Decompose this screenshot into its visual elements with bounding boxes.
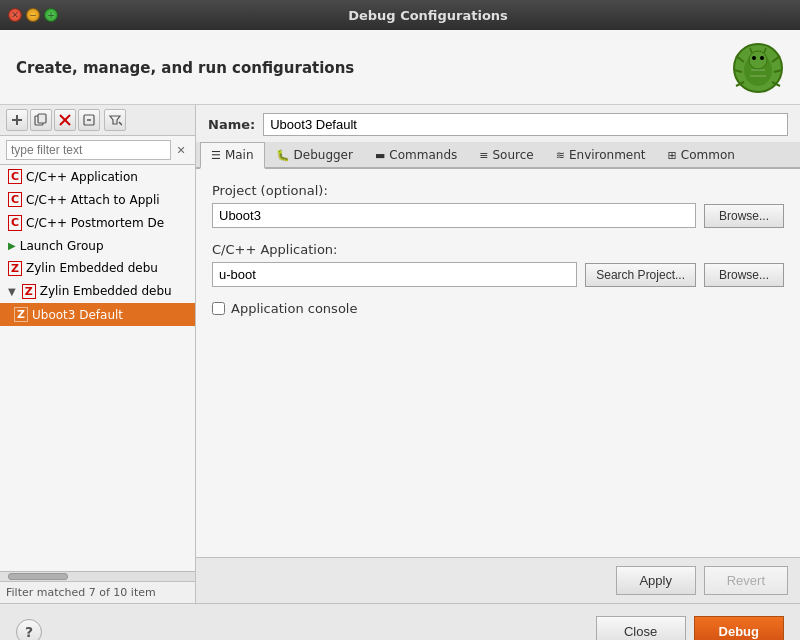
sidebar-item-zylin2-parent[interactable]: ▼ Z Zylin Embedded debu [0,280,195,303]
search-project-button[interactable]: Search Project... [585,263,696,287]
filter-status: Filter matched 7 of 10 item [6,586,156,599]
tab-main-label: Main [225,148,254,162]
close-button[interactable]: Close [596,616,686,640]
title-bar: ✕ − + Debug Configurations [0,0,800,30]
tab-common-label: Common [681,148,735,162]
scrollbar-thumb[interactable] [8,573,68,580]
tab-main[interactable]: ☰ Main [200,142,265,169]
maximize-window-button[interactable]: + [44,8,58,22]
common-tab-icon: ⊞ [668,149,677,162]
cpp-attach-icon: C [8,192,22,207]
window-title: Debug Configurations [64,8,792,23]
environment-tab-icon: ≋ [556,149,565,162]
apply-button[interactable]: Apply [616,566,696,595]
sidebar-footer: Filter matched 7 of 10 item [0,581,195,603]
tab-environment-label: Environment [569,148,646,162]
app-console-row: Application console [212,301,784,316]
filter-input[interactable] [6,140,171,160]
cpp-postmortem-icon: C [8,215,22,230]
app-label: C/C++ Application: [212,242,784,257]
svg-point-9 [752,56,756,60]
zylin2-icon: Z [22,284,36,299]
project-input[interactable] [212,203,696,228]
project-row: Browse... [212,203,784,228]
commands-tab-icon: ▬ [375,149,385,162]
svg-point-10 [760,56,764,60]
sidebar-item-label: Zylin Embedded debu [26,261,158,275]
tab-source-label: Source [493,148,534,162]
app-row: Search Project... Browse... [212,262,784,287]
footer-bar: ? Close Debug [0,603,800,640]
sidebar-list: C C/C++ Application C C/C++ Attach to Ap… [0,165,195,571]
app-browse-button[interactable]: Browse... [704,263,784,287]
svg-line-24 [119,122,122,125]
tab-debugger-label: Debugger [294,148,353,162]
collapse-all-button[interactable] [78,109,100,131]
right-panel: Name: ☰ Main 🐛 Debugger ▬ Commands ≡ Sou… [196,105,800,603]
tab-source[interactable]: ≡ Source [468,142,544,167]
sidebar-item-label: Uboot3 Default [32,308,123,322]
sidebar-item-label: Zylin Embedded debu [40,284,172,298]
svg-point-2 [749,51,767,69]
header: Create, manage, and run configurations [0,30,800,105]
filter-clear-button[interactable]: ✕ [173,142,189,158]
header-title: Create, manage, and run configurations [16,59,354,77]
name-row: Name: [196,105,800,142]
name-label: Name: [208,117,255,132]
source-tab-icon: ≡ [479,149,488,162]
sidebar-item-zylin1[interactable]: Z Zylin Embedded debu [0,257,195,280]
tab-common[interactable]: ⊞ Common [657,142,746,167]
main-tab-icon: ☰ [211,149,221,162]
duplicate-config-button[interactable] [30,109,52,131]
launch-group-icon: ▶ [8,240,16,251]
action-bar: Apply Revert [196,557,800,603]
sidebar-item-cpp-attach[interactable]: C C/C++ Attach to Appli [0,188,195,211]
cpp-app-icon: C [8,169,22,184]
sidebar-toolbar [0,105,195,136]
delete-config-button[interactable] [54,109,76,131]
svg-rect-18 [38,114,46,123]
name-input[interactable] [263,113,788,136]
svg-marker-23 [110,116,120,124]
project-label: Project (optional): [212,183,784,198]
sidebar-item-cpp-app[interactable]: C C/C++ Application [0,165,195,188]
tab-commands[interactable]: ▬ Commands [364,142,468,167]
tab-environment[interactable]: ≋ Environment [545,142,657,167]
sidebar: ✕ C C/C++ Application C C/C++ Attach to … [0,105,196,603]
project-browse-button[interactable]: Browse... [704,204,784,228]
zylin1-icon: Z [8,261,22,276]
tabs-bar: ☰ Main 🐛 Debugger ▬ Commands ≡ Source ≋ … [196,142,800,169]
uboot3-icon: Z [14,307,28,322]
footer-buttons: Close Debug [596,616,784,640]
revert-button[interactable]: Revert [704,566,788,595]
close-window-button[interactable]: ✕ [8,8,22,22]
tab-commands-label: Commands [389,148,457,162]
app-console-checkbox[interactable] [212,302,225,315]
new-config-button[interactable] [6,109,28,131]
bug-icon [732,42,784,94]
app-input[interactable] [212,262,577,287]
main-content: ✕ C C/C++ Application C C/C++ Attach to … [0,105,800,603]
horizontal-scrollbar[interactable] [0,571,195,581]
sidebar-item-cpp-postmortem[interactable]: C C/C++ Postmortem De [0,211,195,234]
app-console-label[interactable]: Application console [231,301,357,316]
help-button[interactable]: ? [16,619,42,641]
tree-expand-icon: ▼ [8,286,16,297]
sidebar-item-launch-group[interactable]: ▶ Launch Group [0,235,195,257]
app-section: C/C++ Application: Search Project... Bro… [212,242,784,287]
filter-configs-button[interactable] [104,109,126,131]
sidebar-item-label: Launch Group [20,239,104,253]
filter-box: ✕ [0,136,195,165]
debugger-tab-icon: 🐛 [276,149,290,162]
svg-rect-16 [16,115,18,125]
debug-button[interactable]: Debug [694,616,784,640]
sidebar-item-label: C/C++ Postmortem De [26,216,164,230]
sidebar-item-label: C/C++ Attach to Appli [26,193,159,207]
sidebar-item-uboot3[interactable]: Z Uboot3 Default [0,303,195,326]
tab-debugger[interactable]: 🐛 Debugger [265,142,364,167]
window-controls: ✕ − + [8,8,58,22]
minimize-window-button[interactable]: − [26,8,40,22]
project-section: Project (optional): Browse... [212,183,784,228]
sidebar-item-label: C/C++ Application [26,170,138,184]
tab-content-main: Project (optional): Browse... C/C++ Appl… [196,169,800,557]
